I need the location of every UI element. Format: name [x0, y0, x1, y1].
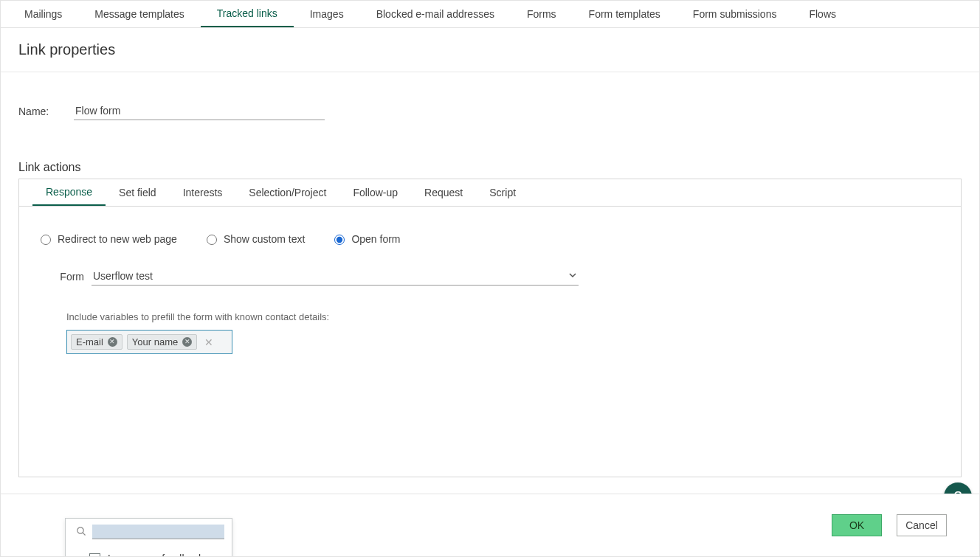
chip-your-name-remove-icon[interactable]: ✕ — [182, 337, 192, 347]
response-mode-radios: Redirect to new web page Show custom tex… — [37, 232, 943, 245]
name-row: Name: — [18, 102, 962, 120]
search-icon — [76, 526, 86, 539]
radio-redirect-input[interactable] — [41, 235, 51, 245]
prefill-hint: Include variables to prefill the form wi… — [66, 311, 943, 322]
subtab-request[interactable]: Request — [411, 179, 476, 206]
subtab-script[interactable]: Script — [476, 179, 529, 206]
radio-open-form-input[interactable] — [334, 235, 345, 245]
radio-open-form-label: Open form — [351, 233, 400, 245]
chip-your-name: Your name ✕ — [127, 334, 197, 350]
chip-email-label: E-mail — [76, 336, 103, 347]
form-select-row: Form Userflow test — [50, 267, 943, 286]
subtab-interests[interactable]: Interests — [170, 179, 236, 206]
tab-blocked-email[interactable]: Blocked e-mail addresses — [360, 1, 511, 27]
name-input[interactable] — [74, 102, 325, 120]
tab-tracked-links[interactable]: Tracked links — [201, 1, 294, 27]
radio-custom-text-input[interactable] — [207, 235, 217, 245]
radio-open-form[interactable]: Open form — [331, 232, 400, 245]
clear-all-icon[interactable]: ✕ — [201, 336, 216, 348]
tab-mailings[interactable]: Mailings — [8, 1, 78, 27]
prefill-dropdown: Leave your feedback E-mail Your name — [65, 518, 232, 557]
link-actions-title: Link actions — [18, 161, 962, 174]
chip-email-remove-icon[interactable]: ✕ — [108, 337, 117, 347]
radio-custom-text-label: Show custom text — [224, 233, 306, 245]
tab-form-submissions[interactable]: Form submissions — [677, 1, 793, 27]
chip-your-name-label: Your name — [132, 336, 178, 347]
option-leave-feedback[interactable]: Leave your feedback — [70, 550, 229, 557]
content-area: Name: Link actions Response Set field In… — [1, 72, 979, 495]
subtab-set-field[interactable]: Set field — [106, 179, 170, 206]
checkbox-leave-feedback[interactable] — [89, 553, 100, 558]
form-select[interactable]: Userflow test — [92, 267, 579, 286]
dropdown-options: Leave your feedback E-mail Your name — [66, 545, 232, 557]
radio-redirect[interactable]: Redirect to new web page — [37, 232, 177, 245]
link-actions-tabs: Response Set field Interests Selection/P… — [19, 179, 961, 207]
response-panel: Redirect to new web page Show custom tex… — [19, 207, 961, 369]
option-leave-feedback-label: Leave your feedback — [108, 553, 204, 557]
chip-email: E-mail ✕ — [71, 334, 122, 350]
page-title: Link properties — [1, 28, 979, 72]
cancel-button[interactable]: Cancel — [897, 514, 947, 536]
tab-forms[interactable]: Forms — [511, 1, 573, 27]
svg-line-1 — [83, 533, 85, 535]
prefill-chips-input[interactable]: E-mail ✕ Your name ✕ ✕ — [66, 330, 232, 354]
tab-message-templates[interactable]: Message templates — [78, 1, 200, 27]
ok-button[interactable]: OK — [832, 514, 882, 536]
svg-point-0 — [77, 527, 83, 533]
radio-custom-text[interactable]: Show custom text — [203, 232, 306, 245]
subtab-selection-project[interactable]: Selection/Project — [235, 179, 339, 206]
link-actions-box: Response Set field Interests Selection/P… — [18, 179, 962, 477]
chevron-down-icon — [568, 270, 577, 282]
tab-images[interactable]: Images — [294, 1, 360, 27]
tab-flows[interactable]: Flows — [793, 1, 852, 27]
tab-form-templates[interactable]: Form templates — [573, 1, 677, 27]
radio-redirect-label: Redirect to new web page — [58, 233, 177, 245]
top-tabs: Mailings Message templates Tracked links… — [1, 1, 979, 28]
dropdown-search-row — [66, 525, 232, 545]
dropdown-search-input[interactable] — [92, 525, 224, 539]
form-select-value: Userflow test — [93, 270, 153, 282]
name-label: Name: — [18, 105, 74, 117]
subtab-response[interactable]: Response — [32, 179, 106, 206]
subtab-follow-up[interactable]: Follow-up — [339, 179, 411, 206]
form-select-label: Form — [50, 271, 92, 283]
